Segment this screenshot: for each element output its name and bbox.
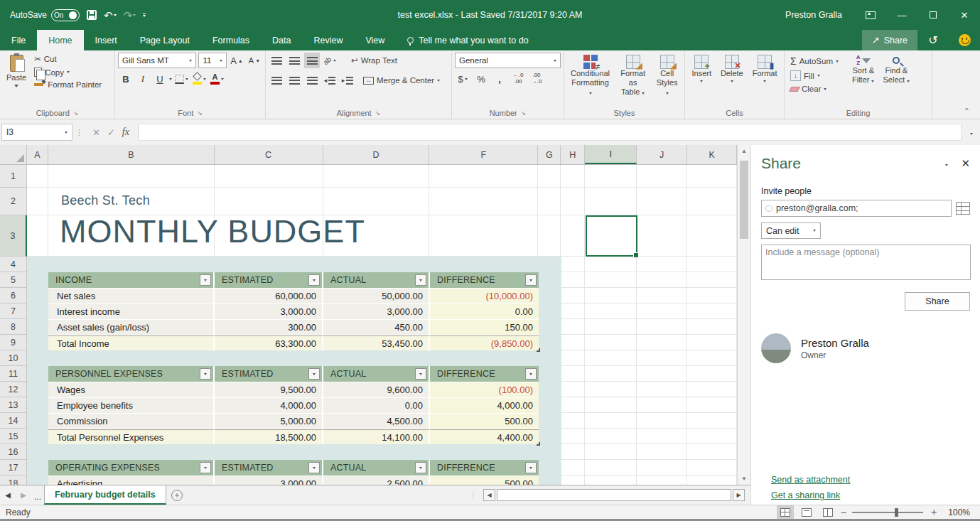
feedback-button[interactable] xyxy=(949,30,980,50)
row-header-15[interactable]: 15 xyxy=(0,429,27,444)
filter-dropdown-button[interactable] xyxy=(308,274,320,286)
filter-dropdown-button[interactable] xyxy=(415,462,426,473)
table-header-cell[interactable]: ACTUAL xyxy=(323,460,430,476)
grid-cell[interactable] xyxy=(637,165,687,188)
grid-cell[interactable] xyxy=(561,397,585,413)
column-header-H[interactable]: H xyxy=(561,145,585,164)
table-header-cell[interactable]: ESTIMATED xyxy=(215,366,323,382)
paste-button[interactable]: Paste xyxy=(3,53,30,90)
grid-cell[interactable] xyxy=(585,460,637,476)
grid-cell[interactable] xyxy=(585,288,637,304)
grid-cell[interactable] xyxy=(215,165,323,188)
grid-cell[interactable] xyxy=(538,215,561,257)
table-value-cell[interactable]: 0.00 xyxy=(430,304,539,319)
customize-qat-button[interactable] xyxy=(143,14,146,17)
sheet-overflow[interactable]: ... xyxy=(31,485,44,505)
tab-splitter[interactable]: ⋮ xyxy=(470,491,478,499)
grid-cell[interactable] xyxy=(585,257,637,272)
table-value-cell[interactable]: 0.00 xyxy=(323,398,430,413)
autosave-toggle[interactable]: AutoSave On xyxy=(10,9,80,21)
grid-cell[interactable] xyxy=(585,272,637,288)
dialog-launcher-icon[interactable]: ↘ xyxy=(197,109,203,117)
column-header-C[interactable]: C xyxy=(215,145,323,164)
table-value-cell[interactable]: 3,000.00 xyxy=(215,304,323,319)
share-button-ribbon[interactable]: ↗ Share xyxy=(862,30,917,50)
underline-button[interactable]: U xyxy=(152,71,168,87)
italic-button[interactable]: I xyxy=(135,71,151,87)
table-header-cell[interactable]: INCOME xyxy=(48,272,215,288)
filter-dropdown-button[interactable] xyxy=(525,462,537,473)
column-header-J[interactable]: J xyxy=(637,145,687,164)
zoom-slider-thumb[interactable] xyxy=(895,508,898,517)
message-textarea[interactable] xyxy=(761,245,971,280)
scroll-up-arrow[interactable]: ▲ xyxy=(738,145,750,157)
table-header-cell[interactable]: ACTUAL xyxy=(323,272,430,288)
grid-cell[interactable] xyxy=(561,188,585,215)
row-header-11[interactable]: 11 xyxy=(0,366,27,382)
align-center-button[interactable] xyxy=(286,72,302,88)
grid-cell[interactable] xyxy=(687,272,737,288)
table-header-cell[interactable]: ESTIMATED xyxy=(215,272,323,288)
grid-cell[interactable] xyxy=(687,413,737,429)
grid-cell[interactable] xyxy=(637,429,687,444)
grid-cell[interactable] xyxy=(561,335,585,350)
row-header-7[interactable]: 7 xyxy=(0,304,27,319)
send-as-attachment-link[interactable]: Send as attachment xyxy=(771,475,850,485)
grid-cell[interactable] xyxy=(637,215,687,257)
zoom-out-button[interactable]: − xyxy=(841,507,846,518)
font-color-button[interactable]: A xyxy=(209,71,225,87)
ribbon-tab-review[interactable]: Review xyxy=(302,30,354,50)
table-value-cell[interactable]: 4,000.00 xyxy=(430,398,539,413)
filter-dropdown-button[interactable] xyxy=(308,462,320,473)
comma-button[interactable]: , xyxy=(492,71,507,87)
cell-styles-button[interactable]: ◢ CellStyles xyxy=(652,53,682,100)
table-header-cell[interactable]: ESTIMATED xyxy=(215,460,323,476)
row-header-17[interactable]: 17 xyxy=(0,460,27,476)
grid-cell[interactable] xyxy=(429,165,538,188)
number-format-combo[interactable]: General xyxy=(455,53,561,68)
table-value-cell[interactable]: 3,000.00 xyxy=(323,304,430,319)
grid-cell[interactable] xyxy=(585,319,637,335)
grid-cell[interactable] xyxy=(561,165,585,188)
grid-cell[interactable] xyxy=(561,460,585,476)
grid-cell[interactable] xyxy=(637,413,687,429)
grid-cell[interactable] xyxy=(585,188,637,215)
grid-cell[interactable] xyxy=(561,304,585,319)
permission-dropdown[interactable]: Can edit xyxy=(761,222,821,239)
table-value-cell[interactable]: 9,600.00 xyxy=(323,382,430,397)
grid-cell[interactable] xyxy=(637,382,687,397)
table-value-cell[interactable]: 4,000.00 xyxy=(215,398,323,413)
column-header-B[interactable]: B xyxy=(48,145,215,164)
orientation-button[interactable]: ab xyxy=(322,53,338,68)
row-header-14[interactable]: 14 xyxy=(0,413,27,429)
table-value-cell[interactable]: 14,100.00 xyxy=(323,429,430,444)
formula-input[interactable] xyxy=(138,124,962,141)
normal-view-button[interactable] xyxy=(777,505,794,519)
grid-cell[interactable] xyxy=(637,272,687,288)
table-label-cell[interactable]: Net sales xyxy=(48,289,215,304)
minimize-button[interactable]: — xyxy=(886,0,917,30)
font-name-combo[interactable]: Gill Sans MT xyxy=(118,53,196,68)
grid-cell[interactable] xyxy=(561,215,585,257)
grid-cell[interactable] xyxy=(687,444,737,460)
table-value-cell[interactable]: 5,000.00 xyxy=(215,414,323,429)
table-value-cell[interactable]: 53,450.00 xyxy=(323,335,430,350)
grid-cell[interactable] xyxy=(687,288,737,304)
user-name[interactable]: Preston Gralla xyxy=(785,10,842,20)
grid-cell[interactable] xyxy=(637,444,687,460)
page-layout-view-button[interactable] xyxy=(798,505,815,519)
company-name-cell[interactable]: Beech St. Tech xyxy=(61,193,150,208)
grid-cell[interactable] xyxy=(687,335,737,350)
save-icon[interactable] xyxy=(87,10,97,20)
pane-options-button[interactable] xyxy=(945,159,948,168)
zoom-in-button[interactable]: ＋ xyxy=(929,506,939,519)
table-resize-handle[interactable] xyxy=(537,348,540,352)
grow-font-button[interactable]: A▲ xyxy=(229,53,244,68)
conditional-formatting-button[interactable]: ≠ ConditionalFormatting xyxy=(567,53,613,100)
grid-cell[interactable] xyxy=(561,272,585,288)
table-label-cell[interactable]: Wages xyxy=(48,382,215,397)
sheet-prev-arrow[interactable]: ◀ xyxy=(0,485,16,505)
table-header-cell[interactable]: ACTUAL xyxy=(323,366,430,382)
selected-cell-I3[interactable] xyxy=(586,215,637,257)
grid-cell[interactable] xyxy=(585,382,637,397)
